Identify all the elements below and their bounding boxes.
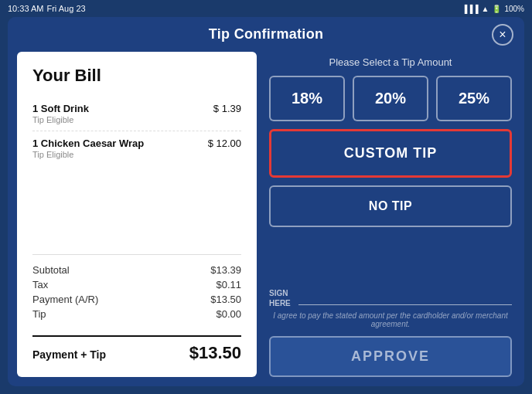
tip-label: Tip [32,308,46,320]
total-row-tax: Tax $0.11 [32,277,241,292]
item-price: $ 12.00 [208,138,241,149]
signature-line[interactable] [298,288,512,305]
payment-label: Payment (A/R) [32,294,98,305]
item-name: 1 Chicken Caesar Wrap [32,138,144,149]
battery-icon: 🔋 [492,5,501,13]
item-eligibility: Tip Eligible [32,150,241,159]
agreement-text: I agree to pay the stated amount per the… [269,311,512,328]
custom-tip-button[interactable]: CUSTOM TIP [269,129,512,178]
sign-area: SIGNHERE [269,288,512,308]
grand-total-label: Payment + Tip [32,348,106,361]
tip-value: $0.00 [216,308,241,320]
bill-divider [32,254,241,255]
sign-here-label: SIGNHERE [269,288,291,308]
status-bar-left: 10:33 AM Fri Aug 23 [8,4,86,13]
bill-totals: Subtotal $13.39 Tax $0.11 Payment (A/R) … [32,263,241,321]
bill-items: 1 Soft Drink $ 1.39 Tip Eligible 1 Chick… [32,97,241,243]
title-bar: Tip Confirmation × [8,17,524,52]
status-bar: 10:33 AM Fri Aug 23 ▐▐▐ ▲ 🔋 100% [0,0,532,17]
battery-level: 100% [504,5,524,13]
payment-value: $13.50 [210,294,241,305]
item-eligibility: Tip Eligible [32,115,241,124]
signature-section: SIGNHERE I agree to pay the stated amoun… [269,280,512,377]
grand-total-amount: $13.50 [189,343,241,363]
item-name: 1 Soft Drink [32,103,89,114]
subtotal-label: Subtotal [32,264,70,276]
status-time: 10:33 AM [8,4,43,13]
tip-prompt: Please Select a Tip Amount [269,56,512,68]
wifi-icon: ▲ [482,5,489,13]
approve-button[interactable]: APPROVE [269,336,512,377]
tax-value: $0.11 [216,279,241,290]
signal-icon: ▐▐▐ [462,5,478,13]
tip-percentage-row: 18% 20% 25% [269,76,512,121]
bill-heading: Your Bill [32,66,241,86]
status-bar-right: ▐▐▐ ▲ 🔋 100% [462,5,524,13]
total-row-subtotal: Subtotal $13.39 [32,263,241,277]
status-date: Fri Aug 23 [46,4,85,13]
no-tip-button[interactable]: NO TIP [269,185,512,227]
tip-panel: Please Select a Tip Amount 18% 20% 25% C… [257,52,524,386]
tip-25-button[interactable]: 25% [436,76,512,121]
close-button[interactable]: × [492,24,513,46]
total-row-tip: Tip $0.00 [32,307,241,321]
tip-20-button[interactable]: 20% [353,76,428,121]
subtotal-value: $13.39 [210,264,241,276]
bill-item: 1 Chicken Caesar Wrap $ 12.00 Tip Eligib… [32,131,241,165]
item-price: $ 1.39 [213,103,241,114]
tax-label: Tax [32,279,48,290]
bill-panel: Your Bill 1 Soft Drink $ 1.39 Tip Eligib… [17,52,257,377]
total-row-payment: Payment (A/R) $13.50 [32,292,241,307]
bill-grand-total: Payment + Tip $13.50 [32,335,241,363]
dialog-content: Your Bill 1 Soft Drink $ 1.39 Tip Eligib… [8,52,524,386]
tip-18-button[interactable]: 18% [269,76,345,121]
dialog-title: Tip Confirmation [39,26,493,42]
bill-item: 1 Soft Drink $ 1.39 Tip Eligible [32,97,241,131]
tip-confirmation-dialog: Tip Confirmation × Your Bill 1 Soft Drin… [8,17,524,386]
